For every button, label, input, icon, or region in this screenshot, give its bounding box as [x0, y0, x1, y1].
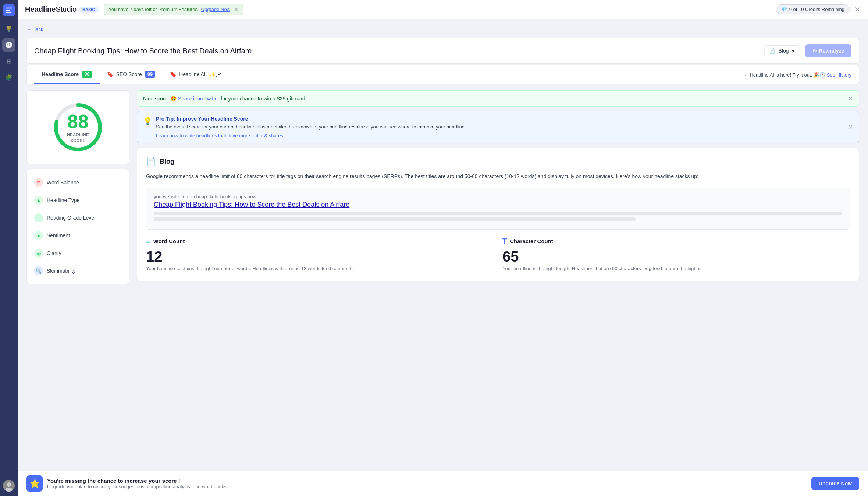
blog-title-text: Blog	[160, 158, 174, 166]
svg-point-4	[7, 482, 11, 487]
chevron-down-icon: ▾	[792, 48, 794, 54]
see-history-link[interactable]: 🕐 See History	[819, 72, 851, 78]
char-count-header: T Character Count	[502, 237, 850, 245]
char-count-desc: Your headline is the right length. Headl…	[502, 265, 850, 272]
pro-tip-alert: 💡 Pro Tip: Improve Your Headline Score S…	[137, 111, 859, 143]
serp-title[interactable]: Cheap Flight Booking Tips: How to Score …	[154, 201, 842, 209]
user-avatar[interactable]	[3, 480, 15, 492]
blog-card: 📄 Blog Google recommends a headline limi…	[137, 148, 859, 281]
main-content: HeadlineStudio BASIC You have 7 days lef…	[18, 0, 868, 496]
promo-text: You have 7 days left of Premium Features…	[108, 7, 199, 12]
char-count-section: T Character Count 65 Your headline is th…	[502, 237, 850, 272]
headline-bar: Cheap Flight Booking Tips: How to Score …	[26, 38, 859, 64]
word-count-header: ≡ Word Count	[146, 237, 494, 245]
metric-reading-grade[interactable]: ≡ Reading Grade Level	[27, 209, 129, 227]
metric-sentiment[interactable]: ● Sentiment	[27, 227, 129, 244]
score-tabs: Headline Score 88 🔖 SEO Score 89 🔖 Headl…	[26, 65, 859, 84]
tab-seo-score[interactable]: 🔖 SEO Score 89	[100, 65, 163, 84]
svg-text:⭐: ⭐	[30, 479, 40, 489]
pro-tip-close[interactable]: ✕	[848, 124, 853, 131]
bookmark-icon-2: 🔖	[170, 71, 176, 77]
blog-body: Google recommends a headline limit of 60…	[146, 172, 850, 180]
doc-type-label: Blog	[778, 48, 789, 54]
share-alert: Nice score! 🤩 Share it on Twitter for yo…	[137, 90, 859, 107]
sidebar-icon-puzzle[interactable]: 🧩	[2, 71, 15, 84]
pro-tip-body: See the overall score for your current h…	[156, 124, 466, 130]
credits-badge: 💎 9 of 10 Credits Remaining	[776, 4, 850, 14]
header-right: 💎 9 of 10 Credits Remaining ✕	[776, 4, 861, 14]
content-area: ← Back Cheap Flight Booking Tips: How to…	[18, 19, 868, 496]
metric-word-balance[interactable]: ⚖ Word Balance	[27, 174, 129, 191]
skimmability-label: Skimmability	[47, 268, 76, 274]
serp-preview: yourwebsite.com › cheap-flight-booking-t…	[146, 188, 850, 230]
brand-studio: Studio	[56, 5, 77, 13]
sentiment-label: Sentiment	[47, 233, 70, 238]
credits-icon: 💎	[781, 7, 787, 12]
headline-type-label: Headline Type	[47, 197, 79, 203]
share-twitter-link[interactable]: Share it on Twitter	[178, 96, 220, 102]
sidebar-icon-headline[interactable]: H	[2, 38, 15, 52]
back-link[interactable]: ← Back	[26, 26, 859, 32]
blog-card-title: 📄 Blog	[146, 157, 850, 166]
score-circle: 88 HEADLINE SCORE	[52, 102, 104, 153]
upgrade-text: You're missing the chance to increase yo…	[47, 478, 807, 489]
pro-tip-link[interactable]: Learn how to write headlines that drive …	[156, 133, 285, 138]
upgrade-banner: ⭐ You're missing the chance to increase …	[18, 471, 868, 496]
app-logo[interactable]	[3, 4, 15, 16]
tab-headline-score[interactable]: Headline Score 88	[34, 65, 100, 84]
share-alert-content: Nice score! 🤩 Share it on Twitter for yo…	[143, 96, 307, 102]
score-label-line1: HEADLINE	[67, 132, 89, 137]
skimmability-icon: 🔍	[34, 266, 43, 275]
serp-desc-line-1	[154, 212, 842, 215]
svg-text:H: H	[7, 43, 10, 47]
upgrade-now-button[interactable]: Upgrade Now	[811, 477, 859, 490]
headline-score-value: 88	[82, 71, 92, 78]
brand-name: HeadlineStudio	[25, 5, 77, 14]
char-count-label: Character Count	[510, 238, 553, 244]
ai-promo-text: ← Headline AI is here! Try it out. 🎉	[744, 72, 819, 78]
upgrade-title: You're missing the chance to increase yo…	[47, 478, 807, 484]
headline-text[interactable]: Cheap Flight Booking Tips: How to Score …	[34, 47, 758, 55]
score-circle-inner: 88 HEADLINE SCORE	[67, 112, 89, 143]
reanalyze-button[interactable]: ↻ Reanalyze	[805, 44, 851, 57]
word-balance-label: Word Balance	[47, 180, 79, 185]
top-header: HeadlineStudio BASIC You have 7 days lef…	[18, 0, 868, 19]
serp-desc-line-2	[154, 217, 636, 221]
headline-type-icon: ▲	[34, 196, 43, 205]
upgrade-subtitle: Upgrade your plan to unlock your suggest…	[47, 484, 807, 489]
word-count-value: 12	[146, 248, 494, 265]
headline-score-label: Headline Score	[42, 71, 79, 77]
bottom-spacer	[137, 286, 859, 312]
doc-type-icon: 📄	[769, 48, 775, 54]
left-panel: 88 HEADLINE SCORE ⚖ Word Balance ▲ Headl…	[26, 90, 129, 312]
headline-ai-label: Headline AI	[179, 71, 206, 77]
score-label-line2: SCORE	[67, 138, 89, 143]
brand: HeadlineStudio BASIC	[25, 5, 98, 14]
promo-upgrade-link[interactable]: Upgrade Now	[201, 7, 231, 12]
tab-headline-ai[interactable]: 🔖 Headline AI ✨🖊	[163, 65, 229, 84]
metrics-grid: ≡ Word Count 12 Your headline contains t…	[146, 237, 850, 272]
sidebar-icon-layers[interactable]: ⊞	[2, 54, 15, 68]
pro-tip-text: Pro Tip: Improve Your Headline Score See…	[156, 116, 466, 138]
reading-grade-label: Reading Grade Level	[47, 215, 95, 221]
share-text: Nice score! 🤩	[143, 96, 178, 102]
seo-score-value: 89	[145, 71, 155, 78]
promo-close-button[interactable]: ✕	[234, 7, 238, 13]
header-close-button[interactable]: ✕	[854, 5, 861, 14]
metric-headline-type[interactable]: ▲ Headline Type	[27, 191, 129, 209]
two-col-layout: 88 HEADLINE SCORE ⚖ Word Balance ▲ Headl…	[26, 90, 859, 312]
serp-desc	[154, 212, 842, 221]
share-alert-close[interactable]: ✕	[848, 95, 853, 102]
plan-badge: BASIC	[79, 7, 98, 13]
clarity-icon: ◎	[34, 249, 43, 258]
sidebar-icon-light[interactable]: 💡	[2, 22, 15, 35]
metric-skimmability[interactable]: 🔍 Skimmability	[27, 262, 129, 280]
word-balance-icon: ⚖	[34, 178, 43, 187]
char-count-value: 65	[502, 248, 850, 265]
doc-type-selector[interactable]: 📄 Blog ▾	[764, 45, 799, 56]
reanalyze-icon: ↻	[812, 48, 817, 54]
word-count-icon: ≡	[146, 237, 150, 245]
seo-score-label: SEO Score	[116, 71, 142, 77]
promo-banner: You have 7 days left of Premium Features…	[104, 4, 243, 15]
metric-clarity[interactable]: ◎ Clarity	[27, 244, 129, 262]
